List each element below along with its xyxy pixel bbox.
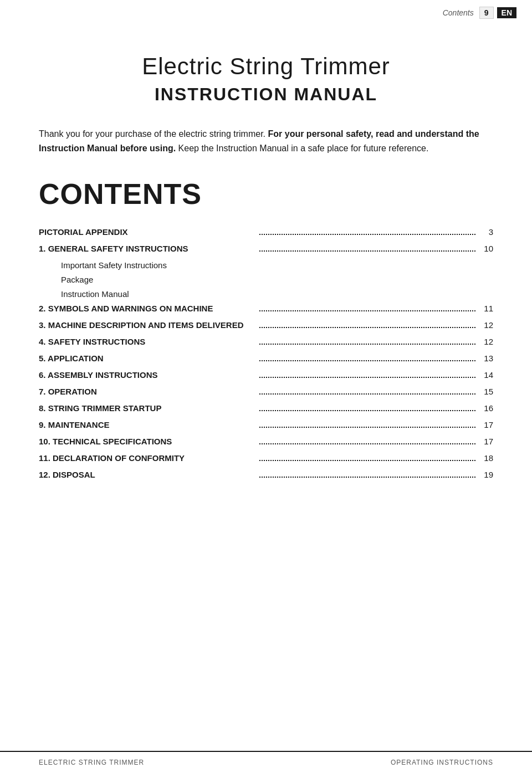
toc-label: 1. GENERAL SAFETY INSTRUCTIONS — [39, 244, 255, 253]
toc-label: PICTORIAL APPENDIX — [39, 227, 255, 237]
header-bar: Contents 9 EN — [0, 0, 532, 25]
toc-label: 3. MACHINE DESCRIPTION AND ITEMS DELIVER… — [39, 320, 255, 330]
toc-row: 10. TECHNICAL SPECIFICATIONS17 — [39, 437, 493, 450]
contents-heading: CONTENTS — [39, 177, 493, 211]
toc-label: 9. MAINTENANCE — [39, 420, 255, 429]
toc-dots — [259, 327, 475, 328]
toc-label: 7. OPERATION — [39, 387, 255, 396]
toc-dots — [259, 377, 475, 378]
intro-line1-text: hank you for your purchase of the electr… — [44, 129, 265, 139]
toc-dots — [259, 234, 475, 235]
toc-label: 12. DISPOSAL — [39, 470, 255, 479]
toc-row: Instruction Manual — [39, 289, 493, 303]
toc-row: 7. OPERATION15 — [39, 387, 493, 400]
main-title: Electric String Trimmer — [39, 53, 493, 80]
toc-dots — [259, 443, 475, 444]
intro-line3: Keep the Instruction Manual in a safe pl… — [178, 144, 429, 153]
toc-page: 15 — [480, 387, 493, 396]
toc-dots — [259, 460, 475, 461]
toc-row: 4. SAFETY INSTRUCTIONS12 — [39, 337, 493, 350]
toc-dots — [259, 360, 475, 361]
header-lang: EN — [497, 7, 516, 18]
toc-row: Important Safety Instructions — [39, 260, 493, 274]
toc-page: 14 — [480, 370, 493, 380]
toc-label: 10. TECHNICAL SPECIFICATIONS — [39, 437, 255, 446]
header-contents-label: Contents — [443, 8, 474, 17]
footer-right: OPERATING INSTRUCTIONS — [391, 759, 493, 766]
header-page-number: 9 — [479, 7, 494, 19]
title-section: Electric String Trimmer INSTRUCTION MANU… — [39, 42, 493, 105]
toc-row: 2. SYMBOLS AND WARNINGS ON MACHINE11 — [39, 304, 493, 317]
toc-label: 5. APPLICATION — [39, 354, 255, 363]
footer-left: ELECTRIC STRING TRIMMER — [39, 759, 144, 766]
footer: ELECTRIC STRING TRIMMER OPERATING INSTRU… — [0, 751, 532, 773]
sub-title: INSTRUCTION MANUAL — [39, 84, 493, 105]
toc-row: Package — [39, 275, 493, 288]
toc-row: 5. APPLICATION13 — [39, 354, 493, 367]
toc-row: PICTORIAL APPENDIX3 — [39, 227, 493, 240]
toc-dots — [259, 250, 475, 252]
toc-page: 13 — [480, 354, 493, 363]
main-content: Electric String Trimmer INSTRUCTION MANU… — [0, 25, 532, 509]
toc-label: 11. DECLARATION OF CONFORMITY — [39, 453, 255, 463]
toc-page: 17 — [480, 437, 493, 446]
toc-dots — [259, 393, 475, 395]
toc-page: 17 — [480, 420, 493, 429]
toc-page: 18 — [480, 453, 493, 463]
toc-page: 19 — [480, 470, 493, 479]
toc-row: 3. MACHINE DESCRIPTION AND ITEMS DELIVER… — [39, 320, 493, 334]
toc-row: 8. STRING TRIMMER STARTUP16 — [39, 403, 493, 417]
toc-page: 10 — [480, 244, 493, 253]
toc-label: 8. STRING TRIMMER STARTUP — [39, 403, 255, 413]
toc-label: 6. ASSEMBLY INSTRUCTIONS — [39, 370, 255, 380]
page-wrapper: Contents 9 EN Electric String Trimmer IN… — [0, 0, 532, 773]
toc-page: 11 — [480, 304, 493, 313]
toc-dots — [259, 427, 475, 428]
toc-label: Package — [61, 275, 493, 284]
toc-label: Important Safety Instructions — [61, 260, 493, 270]
toc-dots — [259, 477, 475, 478]
toc-label: 2. SYMBOLS AND WARNINGS ON MACHINE — [39, 304, 255, 313]
toc-row: 11. DECLARATION OF CONFORMITY18 — [39, 453, 493, 467]
toc-row: 12. DISPOSAL19 — [39, 470, 493, 483]
toc-dots — [259, 410, 475, 411]
toc-row: 6. ASSEMBLY INSTRUCTIONS14 — [39, 370, 493, 383]
toc-dots — [259, 344, 475, 345]
intro-line1: T — [39, 129, 44, 139]
toc-row: 1. GENERAL SAFETY INSTRUCTIONS10 — [39, 244, 493, 257]
toc-row: 9. MAINTENANCE17 — [39, 420, 493, 433]
toc-page: 12 — [480, 337, 493, 346]
toc-label: Instruction Manual — [61, 289, 493, 299]
toc-page: 12 — [480, 320, 493, 330]
toc-dots — [259, 310, 475, 311]
toc-label: 4. SAFETY INSTRUCTIONS — [39, 337, 255, 346]
toc-page: 3 — [480, 227, 493, 237]
toc: PICTORIAL APPENDIX31. GENERAL SAFETY INS… — [39, 227, 493, 483]
intro-text: Thank you for your purchase of the elect… — [39, 127, 493, 155]
toc-page: 16 — [480, 403, 493, 413]
